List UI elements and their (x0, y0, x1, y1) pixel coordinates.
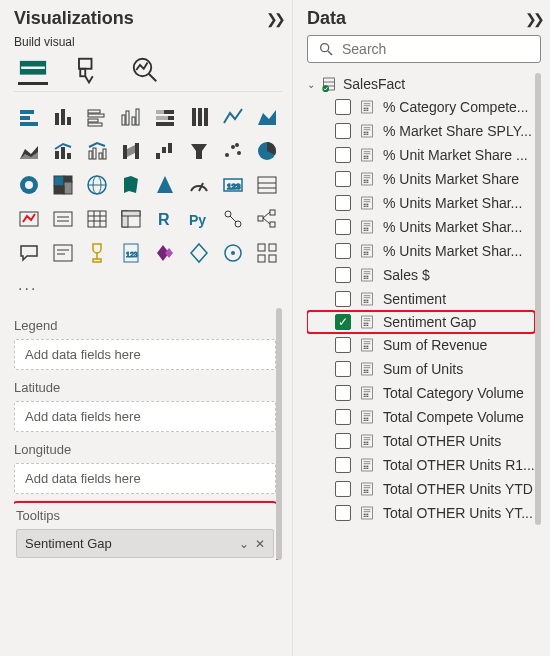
latitude-drop-zone[interactable]: Add data fields here (14, 401, 276, 432)
arcgis-icon[interactable] (218, 238, 248, 268)
tab-format-visual[interactable] (74, 55, 104, 85)
ribbon-chart-icon[interactable] (116, 136, 146, 166)
get-more-visuals-icon[interactable] (252, 238, 282, 268)
decomposition-tree-icon[interactable] (252, 204, 282, 234)
line-stacked-column-icon[interactable] (48, 136, 78, 166)
map-icon[interactable] (82, 170, 112, 200)
tab-build-visual[interactable] (18, 55, 48, 85)
power-automate-icon[interactable] (184, 238, 214, 268)
field-checkbox[interactable] (335, 219, 351, 235)
gauge-icon[interactable] (184, 170, 214, 200)
field-row[interactable]: Sentiment (307, 287, 535, 311)
matrix-icon[interactable] (116, 204, 146, 234)
tab-analytics[interactable] (130, 55, 160, 85)
field-row[interactable]: Total OTHER Units (307, 429, 535, 453)
field-row[interactable]: % Unit Market Share ... (307, 143, 535, 167)
python-visual-icon[interactable]: Py (184, 204, 214, 234)
svg-rect-57 (258, 177, 276, 193)
chevron-down-icon[interactable]: ⌄ (239, 537, 249, 551)
measure-icon (359, 243, 375, 259)
r-visual-icon[interactable]: R (150, 204, 180, 234)
slicer-icon[interactable] (48, 204, 78, 234)
field-row[interactable]: % Category Compete... (307, 95, 535, 119)
field-row[interactable]: Total OTHER Units R1... (307, 453, 535, 477)
field-row[interactable]: Total OTHER Units YTD (307, 477, 535, 501)
viz-overflow-menu[interactable]: ··· (18, 280, 282, 298)
field-checkbox[interactable] (335, 385, 351, 401)
field-row[interactable]: Total Compete Volume (307, 405, 535, 429)
azure-map-icon[interactable] (150, 170, 180, 200)
svg-rect-196 (366, 418, 368, 419)
field-row[interactable]: % Market Share SPLY... (307, 119, 535, 143)
table-node[interactable]: ⌄ SalesFact (307, 73, 535, 95)
field-checkbox[interactable] (335, 195, 351, 211)
field-checkbox[interactable] (335, 123, 351, 139)
collapse-data-icon[interactable]: ❯❯ (525, 11, 541, 27)
field-row[interactable]: Sales $ (307, 263, 535, 287)
legend-drop-zone[interactable]: Add data fields here (14, 339, 276, 370)
field-checkbox[interactable] (335, 291, 351, 307)
line-chart-icon[interactable] (218, 102, 248, 132)
measure-icon (359, 171, 375, 187)
field-checkbox[interactable] (335, 267, 351, 283)
field-row[interactable]: Sentiment Gap (307, 311, 535, 333)
field-row[interactable]: % Units Market Shar... (307, 191, 535, 215)
funnel-icon[interactable] (184, 136, 214, 166)
scatter-icon[interactable] (218, 136, 248, 166)
hundred-stacked-column-icon[interactable] (184, 102, 214, 132)
field-checkbox[interactable] (335, 99, 351, 115)
field-checkbox[interactable] (335, 433, 351, 449)
field-label: Total OTHER Units YT... (383, 505, 533, 521)
collapse-viz-icon[interactable]: ❯❯ (266, 11, 282, 27)
remove-field-icon[interactable]: ✕ (255, 537, 265, 551)
pie-chart-icon[interactable] (252, 136, 282, 166)
longitude-drop-zone[interactable]: Add data fields here (14, 463, 276, 494)
paginated-report-icon[interactable]: 123 (116, 238, 146, 268)
svg-rect-135 (366, 206, 368, 207)
field-checkbox[interactable] (335, 409, 351, 425)
power-apps-icon[interactable] (150, 238, 180, 268)
stacked-column-icon[interactable] (48, 102, 78, 132)
multi-row-card-icon[interactable] (252, 170, 282, 200)
field-row[interactable]: % Units Market Shar... (307, 239, 535, 263)
hundred-stacked-bar-icon[interactable] (150, 102, 180, 132)
area-chart-icon[interactable] (252, 102, 282, 132)
stacked-bar-icon[interactable] (14, 102, 44, 132)
field-checkbox[interactable] (335, 314, 351, 330)
filled-map-icon[interactable] (116, 170, 146, 200)
search-input[interactable] (342, 41, 530, 57)
stacked-area-icon[interactable] (14, 136, 44, 166)
smart-narrative-icon[interactable] (48, 238, 78, 268)
field-row[interactable]: % Units Market Shar... (307, 215, 535, 239)
field-checkbox[interactable] (335, 337, 351, 353)
clustered-bar-icon[interactable] (82, 102, 112, 132)
field-row[interactable]: Total OTHER Units YT... (307, 501, 535, 525)
goals-icon[interactable] (82, 238, 112, 268)
svg-text:123: 123 (126, 251, 138, 258)
field-row[interactable]: Total Category Volume (307, 381, 535, 405)
tooltips-field-chip[interactable]: Sentiment Gap ⌄ ✕ (16, 529, 274, 558)
clustered-column-icon[interactable] (116, 102, 146, 132)
qna-icon[interactable] (14, 238, 44, 268)
key-influencers-icon[interactable] (218, 204, 248, 234)
search-box[interactable] (307, 35, 541, 63)
treemap-icon[interactable] (48, 170, 78, 200)
field-checkbox[interactable] (335, 243, 351, 259)
field-row[interactable]: Sum of Units (307, 357, 535, 381)
field-row[interactable]: Sum of Revenue (307, 333, 535, 357)
svg-rect-107 (366, 110, 368, 111)
line-clustered-column-icon[interactable] (82, 136, 112, 166)
field-checkbox[interactable] (335, 171, 351, 187)
kpi-icon[interactable] (14, 204, 44, 234)
card-icon[interactable]: 123 (218, 170, 248, 200)
field-checkbox[interactable] (335, 147, 351, 163)
waterfall-icon[interactable] (150, 136, 180, 166)
svg-rect-3 (79, 59, 92, 69)
field-checkbox[interactable] (335, 481, 351, 497)
field-checkbox[interactable] (335, 457, 351, 473)
field-checkbox[interactable] (335, 505, 351, 521)
donut-chart-icon[interactable] (14, 170, 44, 200)
field-row[interactable]: % Units Market Share (307, 167, 535, 191)
table-icon[interactable] (82, 204, 112, 234)
field-checkbox[interactable] (335, 361, 351, 377)
